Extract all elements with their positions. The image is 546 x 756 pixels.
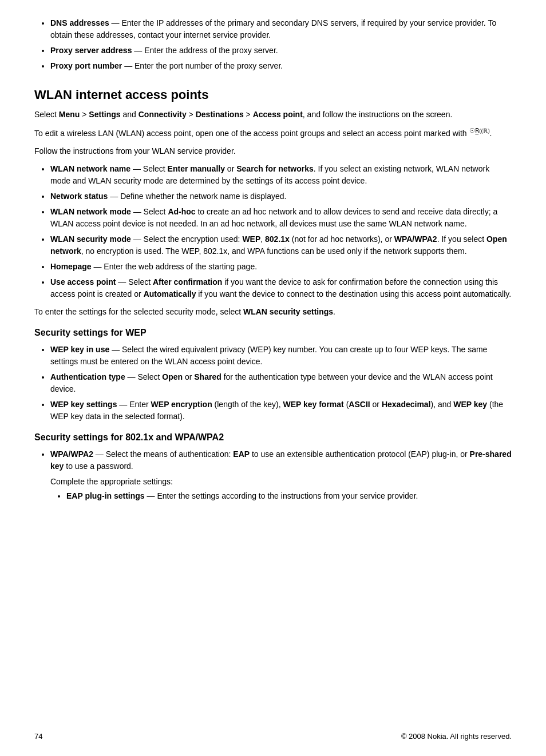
term-proxy-port: Proxy port number [50,61,122,70]
wlan-section: WLAN internet access points Select Menu … [34,86,512,318]
text-homepage: — Enter the web address of the starting … [93,262,257,271]
text-wlan-sec1: — Select the encryption used: [133,234,243,244]
wlan-para1: Select Menu > Settings and Connectivity … [34,109,512,121]
term-homepage: Homepage [50,262,92,271]
term-wlan-name: WLAN network name [50,164,130,173]
bold-shared: Shared [194,372,221,381]
bold-wep-enc: WEP encryption [151,400,212,409]
bold-after-confirm: After confirmation [153,277,222,287]
wlan-bullet-list: WLAN network name — Select Enter manuall… [34,163,512,300]
term-proxy-addr: Proxy server address [50,46,132,55]
para1-connectivity: Connectivity [139,110,187,119]
bold-ascii: ASCII [349,400,370,409]
text-dns: — Enter the IP addresses of the primary … [50,18,496,39]
text-if-open: . If you select [437,234,486,244]
para1-and: and [121,110,139,119]
bold-eap: EAP [233,449,250,459]
wep-bullet-list: WEP key in use — Select the wired equiva… [34,344,512,423]
para2-period: . [490,129,492,138]
list-item: Homepage — Enter the web address of the … [50,261,512,273]
text-nothoc: (not for ad hoc networks), or [290,234,394,244]
bold-8021x: 802.1x [265,234,290,244]
term-wlan-mode: WLAN network mode [50,207,131,216]
text-wpa3: to use a password. [64,461,133,471]
bold-wpa: WPA/WPA2 [394,234,437,244]
list-item: DNS addresses — Enter the IP addresses o… [50,17,512,41]
term-wep-key-use: WEP key in use [50,345,109,354]
para1-suffix: , and follow the instructions on the scr… [303,110,452,119]
wlan-security-para: To enter the settings for the selected s… [34,306,512,318]
bold-wep: WEP [242,234,260,244]
wlan-icon-display: ((ℝ) [480,129,490,138]
sec-para-suffix: . [333,307,335,316]
wlan-para3: Follow the instructions from your WLAN s… [34,145,512,157]
para1-menu: Menu [59,110,80,119]
wep-section: Security settings for WEP WEP key in use… [34,326,512,423]
text-wlan-mode: — Select [133,207,168,216]
text-wpa1: — Select the means of authentication: [96,449,233,459]
text-wep-ks1: — Enter [119,400,151,409]
text-or2: or [183,372,194,381]
para1-prefix: Select [34,110,59,119]
para1-settings: Settings [89,110,120,119]
text-wpa2: to use an extensible authentication prot… [250,449,469,459]
list-item: Network status — Define whether the netw… [50,190,512,202]
list-item: WEP key settings — Enter WEP encryption … [50,399,512,423]
text-eap-plugin: — Enter the settings according to the in… [147,491,418,500]
text-use-ap3: if you want the device to connect to the… [196,289,511,299]
bold-automatically: Automatically [144,289,196,299]
bold-adhoc: Ad-hoc [168,207,195,216]
list-item: WPA/WPA2 — Select the means of authentic… [50,448,512,502]
bold-search-networks: Search for networks [236,164,314,173]
para1-destinations: Destinations [196,110,244,119]
text-use-ap1: — Select [118,277,153,287]
sub-intro-text: Complete the appropriate settings: [50,477,173,486]
bold-wep-format: WEP key format [283,400,343,409]
term-wep-key-settings: WEP key settings [50,400,117,409]
list-item: WEP key in use — Select the wired equiva… [50,344,512,368]
list-item: Authentication type — Select Open or Sha… [50,371,512,395]
8021x-bullet-list: WPA/WPA2 — Select the means of authentic… [34,448,512,502]
sub-bullet-list: EAP plug-in settings — Enter the setting… [50,490,512,502]
bold-hex: Hexadecimal [382,400,431,409]
footer: 74 © 2008 Nokia. All rights reserved. [34,731,512,742]
list-item: Proxy server address — Enter the address… [50,45,512,57]
term-eap-plugin: EAP plug-in settings [66,491,145,500]
list-item: WLAN network name — Select Enter manuall… [50,163,512,187]
text-proxy-port: — Enter the port number of the proxy ser… [124,61,283,70]
text-no-enc: , no encryption is used. The WEP, 802.1x… [81,246,467,256]
wlan-icon: ☉R̲ [469,127,480,134]
wlan-para2: To edit a wireless LAN (WLAN) access poi… [34,126,512,140]
text-or: or [225,164,236,173]
term-auth-type: Authentication type [50,372,125,381]
text-comma1: , [260,234,265,244]
bold-open: Open [162,372,183,381]
8021x-section: Security settings for 802.1x and WPA/WPA… [34,431,512,502]
term-wlan-security: WLAN security mode [50,234,131,244]
para1-gt1: > [80,110,89,119]
para1-access-point: Access point [253,110,303,119]
list-item: WLAN network mode — Select Ad-hoc to cre… [50,206,512,230]
para1-gt2: > [187,110,196,119]
text-auth1: — Select [128,372,163,381]
wlan-heading: WLAN internet access points [34,86,512,104]
list-item: WLAN security mode — Select the encrypti… [50,233,512,257]
term-wpa-wpa2: WPA/WPA2 [50,449,93,459]
term-use-ap: Use access point [50,277,116,287]
8021x-heading: Security settings for 802.1x and WPA/WPA… [34,431,512,444]
text-proxy-addr: — Enter the address of the proxy server. [134,46,278,55]
text-or3: or [370,400,382,409]
intro-section: DNS addresses — Enter the IP addresses o… [34,17,512,72]
sec-para-prefix: To enter the settings for the selected s… [34,307,243,316]
bold-wlan-sec-settings: WLAN security settings [243,307,333,316]
para1-gt3: > [244,110,253,119]
bold-enter-manually: Enter manually [168,164,225,173]
page-number: 74 [34,731,42,742]
page: DNS addresses — Enter the IP addresses o… [0,0,546,756]
list-item: Proxy port number — Enter the port numbe… [50,60,512,72]
term-network-status: Network status [50,192,108,201]
term-dns: DNS addresses [50,18,109,27]
bold-wep-key: WEP key [453,400,487,409]
list-item: Use access point — Select After confirma… [50,276,512,300]
text-wep-ks2: (length of the key), [212,400,283,409]
